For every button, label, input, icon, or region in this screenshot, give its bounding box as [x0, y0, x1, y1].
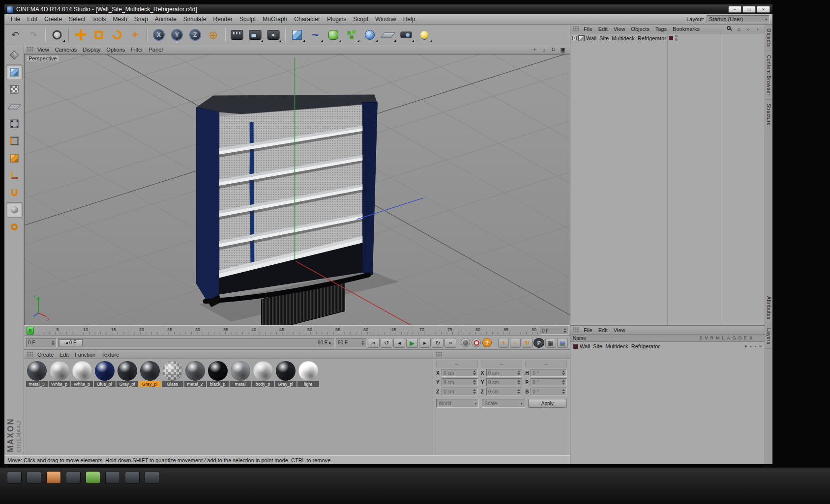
home[interactable]: ⌂	[735, 25, 743, 32]
menu-item[interactable]: Sculpt	[236, 15, 259, 24]
edges-mode[interactable]	[6, 133, 23, 149]
layer-menu-item[interactable]: File	[581, 327, 595, 334]
polygons-mode[interactable]	[6, 150, 23, 166]
menu-item[interactable]: Window	[372, 15, 400, 24]
coord-system[interactable]: ⊕	[205, 27, 222, 43]
viewport-menu-item[interactable]: Cameras	[52, 46, 80, 53]
render-picture-viewer[interactable]	[246, 27, 264, 43]
coord-field[interactable]: 0 cm	[442, 378, 478, 386]
undo[interactable]: ↶	[6, 27, 24, 43]
menu-item[interactable]: Select	[65, 15, 89, 24]
modeling-axis[interactable]	[6, 219, 23, 235]
taskbar-icon[interactable]	[46, 471, 61, 484]
layout-select[interactable]: Startup (User) ▾	[707, 15, 770, 23]
goto-end[interactable]: »	[445, 338, 456, 348]
stepper[interactable]	[517, 380, 520, 385]
scale-dropdown[interactable]: Scale ▾	[482, 399, 525, 408]
viewport-menu-item[interactable]: Panel	[146, 46, 166, 53]
next-frame[interactable]: ▸	[419, 338, 431, 348]
coord-field[interactable]: 0 cm	[486, 369, 523, 377]
material-menu-item[interactable]: Create	[34, 351, 57, 358]
viewport-menu-item[interactable]: View	[34, 46, 52, 53]
timeline-marker[interactable]: 0	[27, 327, 34, 335]
workplane-mode[interactable]	[6, 99, 23, 114]
texture-tag[interactable]	[669, 36, 673, 40]
tag-a[interactable]: ▪	[750, 344, 751, 349]
stepper[interactable]	[562, 389, 565, 394]
menu-item[interactable]: Render	[210, 15, 236, 24]
menu-item[interactable]: Snap	[131, 15, 151, 24]
frame-field[interactable]: 0 F	[540, 327, 568, 335]
record-keyframe[interactable]	[461, 338, 470, 347]
snap-enable[interactable]	[6, 202, 23, 218]
lock-y[interactable]: Y	[168, 27, 186, 43]
last-tool[interactable]: +	[126, 27, 144, 43]
menu-item[interactable]: Animate	[151, 15, 180, 24]
column-letter[interactable]: G	[732, 336, 736, 340]
next-key[interactable]: ↻	[432, 338, 444, 348]
om-menu-item[interactable]: Edit	[595, 26, 611, 32]
stepper[interactable]	[52, 340, 55, 345]
column-letter[interactable]: D	[738, 336, 741, 340]
Blue_pl[interactable]: Blue_pl	[93, 361, 116, 387]
mini-scale[interactable]: ▫	[510, 338, 521, 348]
rotate-view[interactable]: ↻	[549, 46, 558, 53]
close-row[interactable]: ×	[759, 344, 762, 349]
viewport-menu-item[interactable]: Display	[80, 46, 103, 53]
light[interactable]: light	[297, 361, 319, 387]
timeline-track[interactable]: 051015202530354045505560657075808590 0	[27, 327, 538, 335]
column-letter[interactable]: E	[744, 336, 747, 340]
menu-item[interactable]: Character	[291, 15, 324, 24]
side-tab[interactable]: Attributes	[766, 292, 772, 324]
play-forward[interactable]: ▶	[406, 338, 418, 348]
side-tab[interactable]: Structure	[766, 100, 772, 130]
column-letter[interactable]: L	[722, 336, 724, 340]
body_p[interactable]: body_p	[252, 361, 274, 387]
axis-mode[interactable]	[6, 168, 23, 183]
render-view[interactable]	[228, 27, 246, 43]
current-frame-field[interactable]: 0 F	[26, 338, 57, 347]
Gray_pl[interactable]: Gray_pl	[139, 361, 161, 387]
stepper[interactable]	[473, 370, 476, 375]
metal[interactable]: metal	[229, 361, 251, 387]
coord-field[interactable]: 0 cm	[442, 369, 478, 377]
nav-prev[interactable]: ‹	[744, 25, 752, 32]
stepper[interactable]	[361, 340, 364, 345]
Gray_pl[interactable]: Gray_pl	[116, 361, 138, 387]
om-menu-item[interactable]: Objects	[628, 26, 652, 32]
render-settings[interactable]	[265, 27, 282, 43]
viewport-menu-item[interactable]: Options	[103, 46, 128, 53]
coord-field[interactable]: 0 cm	[442, 388, 478, 395]
side-tab[interactable]: Content Browser	[766, 51, 772, 100]
nav-next[interactable]: ›	[753, 25, 762, 32]
space-dropdown[interactable]: World ▾	[436, 399, 479, 408]
keyframe-panel[interactable]: ▤	[557, 338, 568, 348]
end-frame-field[interactable]: 90 F	[336, 338, 366, 347]
column-letter[interactable]: X	[749, 336, 752, 340]
mograph-cloner[interactable]	[343, 27, 360, 43]
Gray_pl[interactable]: Gray_pl	[274, 361, 296, 387]
panel-grip[interactable]	[573, 26, 579, 31]
stepper[interactable]	[517, 370, 520, 375]
layer-menu-item[interactable]: View	[611, 327, 628, 334]
object-name[interactable]: Wall_Site_Multideck_Refrigerator	[586, 35, 666, 41]
layer-menu-item[interactable]: Edit	[595, 327, 611, 334]
range-handle[interactable]: ◂ 0 F	[59, 339, 83, 346]
dot-toggle[interactable]: ●	[744, 344, 747, 349]
maximize-button[interactable]: □	[742, 6, 756, 13]
panel-grip[interactable]	[27, 47, 33, 52]
spline-pen[interactable]: ~	[306, 27, 324, 43]
menu-item[interactable]: File	[7, 15, 24, 24]
panel-grip[interactable]	[27, 352, 33, 357]
black_p[interactable]: black_p	[207, 361, 229, 387]
coord-field[interactable]: 0 cm	[486, 388, 523, 395]
expander-icon[interactable]: +	[572, 36, 577, 40]
scale-tool[interactable]	[90, 27, 108, 43]
menu-item[interactable]: Mesh	[109, 15, 130, 24]
cube-primitive[interactable]	[288, 27, 306, 43]
layer-color-swatch[interactable]	[573, 344, 578, 349]
title-bar[interactable]: CINEMA 4D R14.014 Studio - [Wall_Site_Mu…	[4, 4, 772, 14]
taskbar-icon[interactable]	[66, 471, 81, 484]
stepper[interactable]	[562, 370, 565, 375]
lock-x[interactable]: X	[150, 27, 168, 43]
